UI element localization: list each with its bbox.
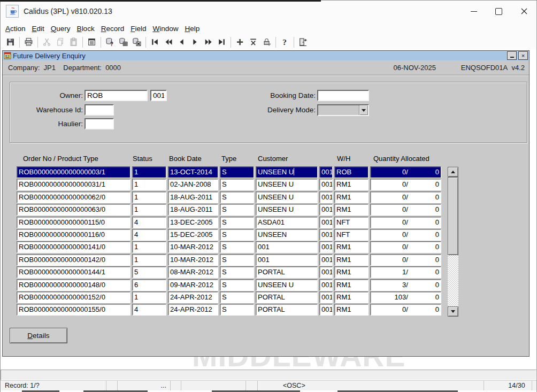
cell-book-date[interactable]: 13-DEC-2005	[168, 217, 218, 228]
cell-status[interactable]: 4	[132, 229, 166, 241]
cell-warehouse[interactable]: RM1	[334, 241, 369, 253]
toolbar-edit-button[interactable]	[86, 36, 98, 48]
table-row[interactable]: ROB00000000000000152/0124-APR-2012SPORTA…	[17, 291, 441, 303]
maximize-button[interactable]	[486, 1, 511, 22]
menu-field[interactable]: Field	[127, 23, 149, 34]
cell-customer-code[interactable]: 001	[319, 241, 333, 253]
cell-quantity-allocated[interactable]: 0/0	[370, 304, 441, 316]
menu-help[interactable]: Help	[181, 23, 203, 34]
toolbar-paste-button[interactable]	[67, 36, 80, 48]
cell-book-date[interactable]: 10-MAR-2012	[168, 254, 218, 266]
toolbar-remove-record-button[interactable]	[247, 36, 259, 48]
cell-book-date[interactable]: 09-MAR-2012	[168, 279, 218, 291]
cell-order-no[interactable]: ROB00000000000000003/1	[17, 166, 131, 178]
cell-quantity-allocated[interactable]: 0/0	[370, 241, 441, 253]
cell-status[interactable]: 1	[132, 179, 166, 190]
toolbar-insert-record-button[interactable]	[234, 36, 246, 48]
menu-record[interactable]: Record	[98, 23, 128, 34]
cell-quantity-allocated[interactable]: 0/0	[370, 191, 441, 203]
cell-book-date[interactable]: 10-MAR-2012	[168, 241, 218, 253]
cell-customer[interactable]: UNSEEN U	[256, 166, 318, 178]
cell-status[interactable]: 5	[132, 266, 166, 278]
delivery-mode-dropdown-button[interactable]	[359, 105, 368, 115]
table-row[interactable]: ROB00000000000000148/0609-MAR-2012SUNSEE…	[17, 279, 441, 291]
close-button[interactable]	[511, 1, 536, 22]
table-row[interactable]: ROB00000000000000063/0118-AUG-2011SUNSEE…	[17, 204, 441, 216]
cell-warehouse[interactable]: NFT	[334, 229, 369, 241]
cell-customer[interactable]: UNSEEN U	[256, 179, 318, 190]
toolbar-next-block-button[interactable]	[202, 36, 214, 48]
cell-customer-code[interactable]: 001	[319, 279, 333, 291]
cell-warehouse[interactable]: NFT	[334, 217, 369, 228]
cell-book-date[interactable]: 18-AUG-2011	[168, 191, 218, 203]
cell-type[interactable]: S	[220, 204, 254, 216]
cell-quantity-allocated[interactable]: 1/0	[370, 266, 441, 278]
cell-quantity-allocated[interactable]: 3/0	[370, 279, 441, 291]
mdi-titlebar[interactable]: Future Delivery Enquiry ×	[3, 51, 529, 60]
cell-status[interactable]: 4	[132, 217, 166, 228]
cell-quantity-allocated[interactable]: 103/0	[370, 291, 441, 303]
cell-customer[interactable]: PORTAL	[256, 304, 318, 316]
toolbar-execute-query-button[interactable]	[117, 36, 129, 48]
table-row[interactable]: ROB00000000000000116/0415-DEC-2005SUNSEE…	[17, 229, 441, 241]
menu-edit[interactable]: Edit	[29, 23, 48, 34]
toolbar-first-record-button[interactable]	[149, 36, 161, 48]
toolbar-last-record-button[interactable]	[216, 36, 228, 48]
table-row[interactable]: ROB00000000000000141/0110-MAR-2012S00100…	[17, 241, 441, 253]
toolbar-cut-button[interactable]	[41, 36, 53, 48]
table-row[interactable]: ROB00000000000000144/1508-MAR-2012SPORTA…	[17, 266, 441, 278]
cell-type[interactable]: S	[220, 304, 254, 316]
cell-order-no[interactable]: ROB00000000000000148/0	[17, 279, 131, 291]
cell-order-no[interactable]: ROB00000000000000062/0	[17, 191, 131, 203]
cell-warehouse[interactable]: RM1	[334, 266, 369, 278]
cell-type[interactable]: S	[220, 254, 254, 266]
toolbar-previous-block-button[interactable]	[162, 36, 174, 48]
cell-customer-code[interactable]: 001	[319, 191, 333, 203]
cell-customer[interactable]: PORTAL	[256, 291, 318, 303]
cell-order-no[interactable]: ROB00000000000000141/0	[17, 241, 131, 253]
cell-status[interactable]: 1	[132, 204, 166, 216]
table-row[interactable]: ROB00000000000000115/0413-DEC-2005SASDA0…	[17, 217, 441, 228]
cell-status[interactable]: 1	[132, 241, 166, 253]
toolbar-previous-record-button[interactable]	[175, 36, 188, 48]
grid-vertical-scrollbar[interactable]	[448, 167, 458, 317]
cell-order-no[interactable]: ROB00000000000000142/0	[17, 254, 131, 266]
minimize-button[interactable]	[461, 1, 486, 22]
toolbar-print-button[interactable]	[22, 36, 35, 48]
cell-order-no[interactable]: ROB00000000000000155/0	[17, 304, 131, 316]
cell-customer[interactable]: UNSEEN U	[256, 204, 318, 216]
cell-warehouse[interactable]: RM1	[334, 291, 369, 303]
cell-book-date[interactable]: 24-APR-2012	[168, 291, 218, 303]
cell-customer[interactable]: UNSEEN U	[256, 191, 318, 203]
cell-customer-code[interactable]: 001	[319, 291, 333, 303]
cell-quantity-allocated[interactable]: 0/0	[370, 166, 441, 178]
cell-customer-code[interactable]: 001	[319, 179, 333, 190]
cell-order-no[interactable]: ROB00000000000000144/1	[17, 266, 131, 278]
cell-status[interactable]: 1	[132, 166, 166, 178]
cell-book-date[interactable]: 02-JAN-2008	[168, 179, 218, 190]
menu-window[interactable]: Window	[149, 23, 181, 34]
cell-type[interactable]: S	[220, 217, 254, 228]
toolbar-next-record-button[interactable]	[189, 36, 201, 48]
cell-quantity-allocated[interactable]: 0/0	[370, 229, 441, 241]
toolbar-help-button[interactable]: ?	[279, 36, 291, 48]
cell-quantity-allocated[interactable]: 0/0	[370, 179, 441, 190]
toolbar-save-button[interactable]	[4, 36, 17, 48]
cell-customer-code[interactable]: 001	[319, 266, 333, 278]
delivery-mode-select[interactable]	[317, 104, 369, 116]
cell-type[interactable]: S	[220, 191, 254, 203]
cell-status[interactable]: 6	[132, 279, 166, 291]
cell-warehouse[interactable]: RM1	[334, 179, 369, 190]
cell-status[interactable]: 4	[132, 304, 166, 316]
cell-book-date[interactable]: 18-AUG-2011	[168, 204, 218, 216]
cell-type[interactable]: S	[220, 266, 254, 278]
cell-customer[interactable]: PORTAL	[256, 266, 318, 278]
cell-type[interactable]: S	[220, 241, 254, 253]
toolbar-enter-query-button[interactable]: ?	[104, 36, 116, 48]
cell-customer-code[interactable]: 001	[319, 204, 333, 216]
cell-type[interactable]: S	[220, 229, 254, 241]
toolbar-copy-button[interactable]	[54, 36, 66, 48]
table-row[interactable]: ROB00000000000000142/0110-MAR-2012S00100…	[17, 254, 441, 266]
cell-type[interactable]: S	[220, 179, 254, 190]
toolbar-cancel-query-button[interactable]	[131, 36, 143, 48]
